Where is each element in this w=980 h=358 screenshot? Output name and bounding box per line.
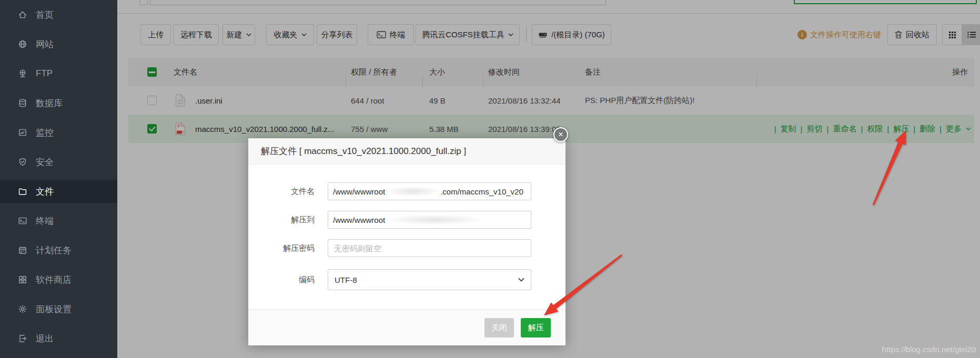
filename-label: 文件名	[261, 187, 315, 197]
destination-input[interactable]: /www/wwwroot	[328, 211, 531, 229]
unzip-dialog: 解压文件 [ maccms_v10_v2021.1000.2000_full.z…	[248, 138, 565, 345]
logout-icon	[17, 333, 28, 344]
ftp-globe-icon	[17, 68, 28, 79]
sidebar-item-home[interactable]: 首页	[0, 3, 117, 26]
sidebar-item-settings[interactable]: 面板设置	[0, 298, 117, 321]
redaction-blur	[385, 186, 440, 197]
sidebar-item-label: 安全	[36, 156, 54, 168]
globe-icon	[17, 39, 28, 49]
sidebar-item-label: 退出	[36, 333, 54, 345]
sidebar-item-ftp[interactable]: FTP	[0, 62, 117, 85]
sidebar-item-label: 首页	[36, 9, 54, 21]
encoding-value: UTF-8	[335, 275, 357, 284]
filename-input[interactable]: /www/wwwroot .com/maccms_v10_v20	[328, 182, 531, 200]
home-icon	[17, 9, 28, 20]
folder-icon	[17, 186, 28, 197]
bt-panel-file-manager: 首页 网站 FTP 数据库 监控 安全 文件 终端	[0, 0, 980, 358]
password-label: 解压密码	[261, 243, 315, 253]
password-input-wrap	[328, 239, 531, 257]
sidebar-item-label: 终端	[36, 215, 54, 227]
sidebar-item-logout[interactable]: 退出	[0, 327, 117, 350]
sidebar-item-label: 网站	[36, 38, 54, 50]
extract-button[interactable]: 解压	[521, 318, 551, 337]
redaction-blur	[385, 214, 485, 225]
dialog-title: 解压文件 [ maccms_v10_v2021.1000.2000_full.z…	[248, 138, 565, 165]
sidebar-item-appstore[interactable]: 软件商店	[0, 268, 117, 291]
calendar-icon	[17, 245, 28, 255]
sidebar-item-website[interactable]: 网站	[0, 33, 117, 56]
sidebar-item-monitor[interactable]: 监控	[0, 121, 117, 144]
monitor-chart-icon	[17, 127, 28, 138]
sidebar-item-security[interactable]: 安全	[0, 150, 117, 173]
sidebar: 首页 网站 FTP 数据库 监控 安全 文件 终端	[0, 0, 117, 358]
sidebar-item-label: 软件商店	[36, 274, 72, 286]
sidebar-item-cron[interactable]: 计划任务	[0, 239, 117, 262]
sidebar-item-label: 面板设置	[36, 303, 72, 315]
terminal-icon	[17, 216, 28, 226]
sidebar-item-label: 数据库	[36, 97, 63, 109]
sidebar-item-label: 监控	[36, 127, 54, 139]
sidebar-item-label: FTP	[36, 68, 53, 79]
sidebar-item-terminal[interactable]: 终端	[0, 209, 117, 232]
watermark: https://blog.csdn.net/glei20	[882, 345, 976, 354]
encoding-label: 编码	[261, 275, 315, 285]
sidebar-item-files[interactable]: 文件	[0, 180, 117, 203]
chevron-down-icon	[518, 278, 524, 282]
destination-label: 解压到	[261, 215, 315, 225]
grid-squares-icon	[17, 274, 28, 285]
sidebar-item-label: 计划任务	[36, 244, 72, 257]
encoding-select[interactable]: UTF-8	[328, 269, 531, 290]
dialog-footer: 关闭 解压	[248, 309, 565, 345]
password-input[interactable]	[333, 243, 526, 253]
shield-icon	[17, 157, 28, 167]
sidebar-item-label: 文件	[36, 186, 54, 198]
dialog-close-icon[interactable]: ×	[553, 127, 568, 142]
sidebar-item-database[interactable]: 数据库	[0, 91, 117, 115]
gear-icon	[17, 304, 28, 314]
close-button[interactable]: 关闭	[484, 318, 514, 337]
database-icon	[17, 98, 28, 108]
